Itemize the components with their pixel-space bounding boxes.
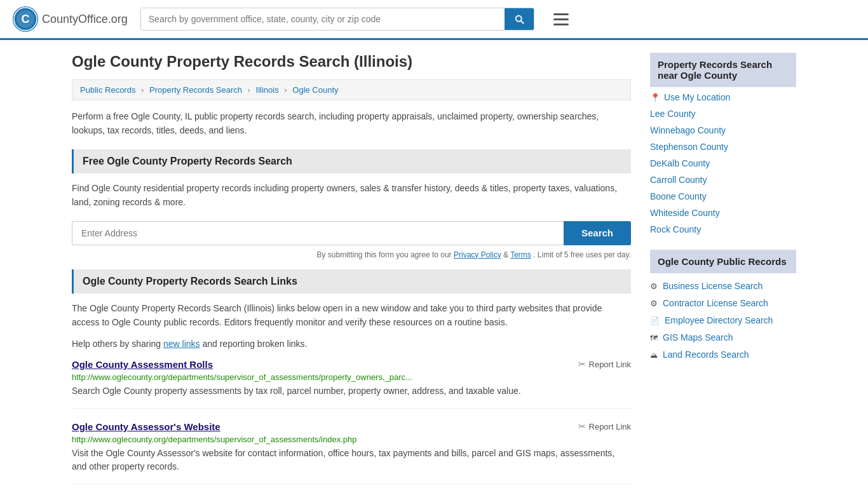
property-search-box: Search By submitting this form you agree… [72, 221, 631, 259]
link-entry-2-title[interactable]: Ogle County Assessor's Website [72, 421, 220, 432]
map-icon-gis [650, 333, 658, 342]
sidebar: Property Records Search near Ogle County… [650, 53, 796, 488]
form-disclaimer-text: By submitting this form you agree to our [317, 250, 452, 259]
links-section: Ogle County Property Records Search Link… [72, 269, 631, 484]
search-icon [513, 13, 525, 25]
sidebar-nearby-lee-county[interactable]: Lee County [650, 106, 796, 121]
svg-text:C: C [22, 13, 30, 25]
link-entry-1-url: http://www.oglecounty.org/departments/su… [72, 372, 631, 382]
link-entry-1: Ogle County Assessment Rolls Report Link… [72, 359, 631, 409]
link-entry-1-desc: Search Ogle County property assessments … [72, 384, 631, 398]
scissors-icon-1 [578, 359, 586, 369]
breadcrumb-property-records-search[interactable]: Property Records Search [149, 85, 242, 95]
breadcrumb-illinois[interactable]: Illinois [256, 85, 279, 95]
link-entry-1-header: Ogle County Assessment Rolls Report Link [72, 359, 631, 370]
logo-county-office: CountyOffice [42, 13, 108, 25]
sidebar-land-records-link[interactable]: Land Records Search [650, 347, 796, 362]
address-search-row: Search [72, 221, 631, 245]
breadcrumb-sep-3: › [284, 85, 287, 95]
sidebar-contractor-license-label: Contractor License Search [663, 298, 768, 308]
sidebar-public-records-section: Ogle County Public Records Business Lice… [650, 250, 796, 362]
address-input[interactable] [72, 221, 564, 245]
hamburger-line-3 [553, 24, 569, 25]
sidebar-employee-directory-label: Employee Directory Search [665, 315, 773, 325]
logo-icon: C [13, 6, 38, 32]
breadcrumb: Public Records › Property Records Search… [72, 79, 631, 100]
sidebar-gis-maps-link[interactable]: GIS Maps Search [650, 330, 796, 345]
hamburger-line-1 [553, 13, 569, 15]
report-link-2-label: Report Link [589, 422, 631, 431]
global-search-input[interactable] [141, 8, 505, 30]
free-search-header: Free Ogle County Property Records Search [72, 149, 631, 173]
breadcrumb-sep-2: › [248, 85, 250, 95]
logo-suffix: .org [108, 13, 128, 25]
report-link-2-button[interactable]: Report Link [578, 421, 631, 431]
help-text-suffix: and reporting broken links. [202, 339, 307, 349]
gear-icon-business [650, 281, 658, 291]
logo-text: CountyOffice.org [42, 13, 128, 26]
new-links-link[interactable]: new links [163, 339, 200, 349]
use-my-location-label: Use My Location [664, 92, 730, 102]
location-pin-icon [650, 92, 660, 102]
sidebar-nearby-header: Property Records Search near Ogle County [650, 53, 796, 87]
link-entry-2-url: http://www.oglecounty.org/departments/su… [72, 435, 631, 444]
help-text: Help others by sharing new links and rep… [72, 337, 631, 351]
address-search-button[interactable]: Search [564, 221, 631, 245]
sidebar-nearby-carroll-county[interactable]: Carroll County [650, 172, 796, 187]
sidebar-gis-maps-label: GIS Maps Search [663, 332, 733, 342]
report-link-1-label: Report Link [589, 360, 631, 369]
sidebar-nearby-whiteside-county[interactable]: Whiteside County [650, 205, 796, 220]
sidebar-public-records-header: Ogle County Public Records [650, 250, 796, 273]
hamburger-line-2 [553, 18, 569, 20]
report-link-1-button[interactable]: Report Link [578, 359, 631, 369]
scissors-icon-2 [578, 421, 586, 431]
doc-icon-employee [650, 316, 660, 325]
sidebar-nearby-winnebago-county[interactable]: Winnebago County [650, 123, 796, 138]
sidebar-business-license-link[interactable]: Business License Search [650, 278, 796, 294]
links-section-header: Ogle County Property Records Search Link… [72, 269, 631, 294]
sidebar-nearby-dekalb-county[interactable]: DeKalb County [650, 156, 796, 171]
free-search-description: Find Ogle County residential property re… [72, 181, 631, 210]
page-title: Ogle County Property Records Search (Ill… [72, 53, 631, 71]
help-text-prefix: Help others by sharing [72, 339, 161, 349]
sidebar-contractor-license-link[interactable]: Contractor License Search [650, 295, 796, 311]
link-entry-2-desc: Visit the Ogle County Assessor's website… [72, 447, 631, 473]
sidebar-nearby-section: Property Records Search near Ogle County… [650, 53, 796, 237]
link-entry-2-header: Ogle County Assessor's Website Report Li… [72, 421, 631, 432]
link-entry-1-title[interactable]: Ogle County Assessment Rolls [72, 359, 213, 370]
privacy-policy-link[interactable]: Privacy Policy [454, 250, 501, 259]
site-header: C CountyOffice.org [0, 0, 868, 40]
form-ampersand: & [503, 250, 510, 259]
breadcrumb-public-records[interactable]: Public Records [80, 85, 135, 95]
link-entry-2: Ogle County Assessor's Website Report Li… [72, 421, 631, 484]
free-search-section: Free Ogle County Property Records Search… [72, 149, 631, 259]
gear-icon-contractor [650, 299, 658, 308]
sidebar-nearby-stephenson-county[interactable]: Stephenson County [650, 139, 796, 154]
hamburger-menu-button[interactable] [553, 13, 569, 25]
sidebar-land-records-label: Land Records Search [663, 349, 749, 360]
page-layout: Ogle County Property Records Search (Ill… [59, 40, 809, 488]
links-section-description: The Ogle County Property Records Search … [72, 301, 631, 330]
global-search-button[interactable] [505, 8, 534, 30]
mountain-icon-land [650, 350, 658, 360]
sidebar-nearby-boone-county[interactable]: Boone County [650, 189, 796, 204]
terms-link[interactable]: Terms [510, 250, 531, 259]
sidebar-nearby-rock-county[interactable]: Rock County [650, 222, 796, 237]
global-search-bar [140, 8, 534, 30]
main-content: Ogle County Property Records Search (Ill… [72, 53, 631, 488]
breadcrumb-sep-1: › [141, 85, 144, 95]
page-description: Perform a free Ogle County, IL public pr… [72, 109, 631, 138]
sidebar-employee-directory-link[interactable]: Employee Directory Search [650, 313, 796, 328]
form-disclaimer-end: . Limit of 5 free uses per day. [533, 250, 631, 259]
use-my-location-link[interactable]: Use My Location [650, 92, 796, 102]
form-disclaimer: By submitting this form you agree to our… [72, 250, 631, 259]
sidebar-business-license-label: Business License Search [663, 281, 763, 291]
breadcrumb-ogle-county[interactable]: Ogle County [292, 85, 338, 95]
logo-link[interactable]: C CountyOffice.org [13, 6, 128, 32]
